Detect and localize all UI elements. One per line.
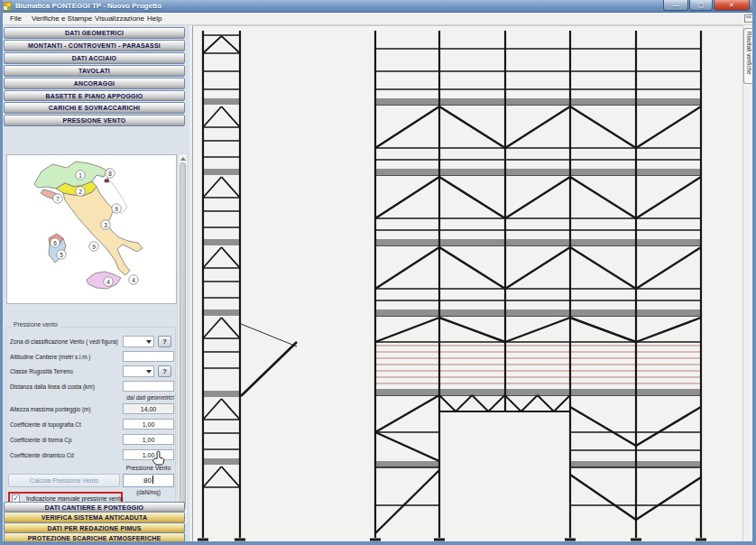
section-dati-acciaio[interactable]: DATI ACCIAIO: [4, 52, 185, 64]
italy-map: 1 8 2 7 9 3 9 6 5 4 4: [7, 155, 176, 303]
zona-label: Zona di classificazione Vento ( vedi fig…: [10, 338, 118, 345]
coeff-dinamico-input[interactable]: 1,00: [123, 449, 174, 460]
map-zone-label-4a: 4: [106, 279, 110, 285]
menu-bar: File Verifiche e Stampe Visualizzazione …: [0, 13, 756, 25]
classe-rugosita-combobox[interactable]: [123, 365, 154, 377]
group-title: Pressione vento: [11, 321, 60, 328]
maximize-button[interactable]: ▢: [689, 0, 713, 11]
tab-risultati-verifiche-label: Risultati verifiche: [746, 32, 752, 75]
menu-verifiche-e-stampe[interactable]: Verifiche e Stampe: [29, 14, 95, 24]
altitudine-input[interactable]: [123, 351, 174, 362]
distanza-label: Distanza dalla linea di costa (km): [10, 383, 95, 390]
right-panel-strip: Risultati verifiche: [742, 25, 755, 541]
chevron-down-icon: [146, 340, 152, 344]
map-zone-label-9b: 9: [92, 244, 96, 250]
altezza-input[interactable]: 14,00: [123, 403, 174, 414]
section-tavolati[interactable]: TAVOLATI: [4, 65, 185, 77]
coeff-dinamico-label: Coefficiente dinamico Cd: [10, 452, 74, 458]
map-zone-label-3: 3: [104, 222, 107, 228]
drawing-canvas[interactable]: [192, 25, 742, 541]
distanza-input[interactable]: [123, 381, 174, 392]
chevron-down-icon: [146, 370, 152, 374]
map-zone-label-4b: 4: [132, 277, 135, 283]
altezza-label: Altezza massima ponteggio (m): [10, 406, 91, 412]
app-window: Blumatica PONTEGGI TP - Nuovo Progetto —…: [0, 0, 756, 545]
coeff-topografia-label: Coefficiente di topografia Ct: [10, 421, 81, 428]
text-caret: [152, 476, 153, 484]
zona-help-button[interactable]: ?: [158, 336, 171, 347]
close-button[interactable]: ✕: [714, 0, 750, 11]
map-zone-label-8: 8: [108, 171, 112, 177]
classe-help-button[interactable]: ?: [158, 365, 171, 377]
classe-rugosita-label: Classe Rugosità Terreno: [10, 368, 73, 374]
map-zone-label-5: 5: [60, 252, 63, 258]
coeff-topografia-input[interactable]: 1,00: [123, 419, 174, 430]
altitudine-label: Altitudine Cantiere (metri s.l.m.): [10, 354, 91, 360]
section-montanti-controventi-parasassi[interactable]: MONTANTI - CONTROVENTI - PARASASSI: [4, 40, 185, 51]
map-zone-label-9a: 9: [115, 206, 118, 212]
section-protezione-scariche-atmosferiche[interactable]: PROTEZIONE SCARICHE ATMOSFERICHE: [4, 532, 185, 544]
menu-file[interactable]: File: [7, 14, 24, 24]
app-logo-icon: [3, 2, 12, 11]
coeff-forma-label: Coefficiente di forma Cp: [10, 437, 71, 443]
calcola-pressione-vento-button[interactable]: Calcola Pressione Vento: [8, 474, 120, 487]
scaffolding-drawing: [193, 26, 742, 541]
pressione-vento-label: Pressione Vento: [123, 465, 174, 471]
section-ancoraggi[interactable]: ANCORAGGI: [4, 78, 185, 89]
minimize-button[interactable]: —: [663, 0, 688, 11]
section-carichi-e-sovraccarichi[interactable]: CARICHI E SOVRACCARICHI: [4, 102, 185, 114]
map-zone-label-6: 6: [53, 240, 57, 246]
pressione-value: 80: [143, 476, 152, 485]
map-zone-label-7: 7: [56, 196, 60, 202]
section-pressione-vento[interactable]: PRESSIONE VENTO: [4, 115, 185, 126]
manuale-checkbox-label[interactable]: Indicazione manuale pressione vento: [26, 495, 123, 502]
sidebar-scrollbar[interactable]: [178, 153, 188, 524]
wind-zone-map-panel: 1 8 2 7 9 3 9 6 5 4 4: [6, 154, 177, 304]
map-zone-label-1: 1: [78, 172, 82, 179]
pressione-vento-input[interactable]: 80: [123, 474, 174, 487]
hand-cursor-icon: [152, 450, 166, 470]
menu-help[interactable]: Help: [144, 14, 164, 24]
section-verifica-sistema-anticaduta[interactable]: VERIFICA SISTEMA ANTICADUTA: [4, 512, 185, 523]
map-zone-label-2: 2: [78, 189, 82, 195]
scrollbar-thumb[interactable]: [180, 162, 186, 510]
zona-combobox[interactable]: [123, 336, 154, 347]
scrollbar-up-icon[interactable]: [180, 157, 186, 161]
pressione-unit-label: (daN/mq): [123, 489, 174, 495]
tab-risultati-verifiche[interactable]: Risultati verifiche: [743, 28, 755, 84]
title-bar: Blumatica PONTEGGI TP - Nuovo Progetto —…: [0, 0, 756, 13]
dai-dati-geometrici-note: dai dati geometrici: [93, 394, 174, 401]
window-title: Blumatica PONTEGGI TP - Nuovo Progetto: [15, 2, 161, 10]
coeff-forma-input[interactable]: 1,00: [123, 434, 174, 445]
section-dati-geometrici[interactable]: DATI GEOMETRICI: [4, 27, 185, 39]
section-basette-e-piano-appoggio[interactable]: BASETTE E PIANO APPOGGIO: [4, 90, 185, 102]
dock-panel-icon[interactable]: [744, 14, 753, 23]
menu-visualizzazione[interactable]: Visualizzazione: [92, 14, 147, 24]
